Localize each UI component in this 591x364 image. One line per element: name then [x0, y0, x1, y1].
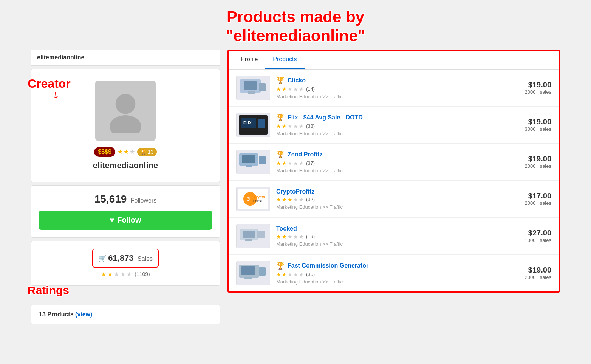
- svg-rect-12: [246, 165, 252, 167]
- product-title-link[interactable]: Clicko: [288, 77, 306, 84]
- svg-point-0: [116, 94, 136, 114]
- svg-rect-23: [241, 266, 255, 275]
- product-title-row: 🏆 Flix - $44 Avg Sale - DOTD: [276, 113, 519, 122]
- product-info: 🏆 Clicko ★ ★ ★ ★ ★ (14) Marketing Educat…: [276, 76, 519, 99]
- product-category: Marketing Education >> Traffic: [276, 204, 519, 210]
- product-info: 🏆 Flix - $44 Avg Sale - DOTD ★ ★ ★ ★ ★ (…: [276, 113, 519, 136]
- followers-count: 15,619: [94, 193, 127, 205]
- product-price: $19.00: [525, 118, 551, 126]
- star-3: ★: [130, 148, 135, 155]
- product-row: ₿ Crypto Profitz CryptoProfitz ★ ★: [229, 181, 559, 218]
- product-category: Marketing Education >> Traffic: [276, 94, 519, 99]
- avatar: [95, 81, 156, 141]
- product-stars: ★ ★ ★ ★ ★ (38): [276, 123, 519, 129]
- product-stars: ★ ★ ★ ★ ★ (19): [276, 234, 519, 240]
- product-category: Marketing Education >> Traffic: [276, 131, 519, 136]
- product-category: Marketing Education >> Traffic: [276, 279, 519, 285]
- product-price: $19.00: [525, 81, 551, 89]
- product-info: Tocked ★ ★ ★ ★ ★ (19) Marketing Educatio…: [276, 225, 519, 247]
- tab-products[interactable]: Products: [265, 51, 304, 69]
- review-count: (32): [306, 197, 315, 202]
- product-category: Marketing Education >> Traffic: [276, 241, 519, 247]
- ratings-label: Ratings: [28, 284, 69, 297]
- trophy-badge: 🏆 13: [137, 148, 157, 156]
- sidebar-header: elitemediaonline: [31, 50, 220, 66]
- review-count: (38): [306, 123, 315, 129]
- product-info: 🏆 Zend Profitz ★ ★ ★ ★ ★ (37) Marketing …: [276, 150, 519, 173]
- product-title-link[interactable]: CryptoProfitz: [276, 188, 314, 195]
- product-stars: ★ ★ ★ ★ ★ (32): [276, 197, 519, 203]
- tabs-bar: Profile Products: [229, 51, 559, 70]
- trophy-icon: 🏆: [276, 150, 285, 159]
- badge-row: $$$$ ★ ★ ★ 🏆 13: [39, 147, 212, 157]
- product-sales: 2000+ sales: [525, 274, 551, 280]
- product-price: $19.00: [525, 155, 551, 163]
- followers-info: 15,619 Followers: [39, 193, 212, 205]
- product-title-row: 🏆 Zend Profitz: [276, 150, 519, 159]
- rating-star-1: ★: [101, 271, 106, 278]
- svg-rect-20: [257, 231, 265, 238]
- product-info: 🏆 Fast Commission Generator ★ ★ ★ ★ ★ (3…: [276, 262, 519, 285]
- product-row: FLIX 🏆 Flix - $44 Avg Sale - DOTD ★ ★ ★: [229, 107, 559, 144]
- cart-icon: 🛒: [98, 255, 107, 262]
- sidebar: elitemediaonline Creator ➘: [31, 50, 220, 324]
- tab-profile[interactable]: Profile: [233, 51, 265, 69]
- trophy-icon: 🏆: [276, 76, 285, 85]
- creator-label: Creator: [28, 77, 71, 91]
- product-category: Marketing Education >> Traffic: [276, 168, 519, 173]
- page-wrapper: Products made by "elitemediaonline" elit…: [31, 8, 560, 324]
- product-thumbnail: ₿ Crypto Profitz: [236, 187, 270, 211]
- product-row: 🏆 Clicko ★ ★ ★ ★ ★ (14) Marketing Educat…: [229, 70, 559, 107]
- svg-text:FLIX: FLIX: [243, 121, 252, 125]
- product-title-link[interactable]: Tocked: [276, 225, 297, 232]
- svg-rect-13: [259, 156, 266, 164]
- product-thumbnail: [236, 224, 270, 248]
- svg-rect-5: [259, 83, 266, 91]
- product-price: $19.00: [525, 266, 551, 274]
- product-info: CryptoProfitz ★ ★ ★ ★ ★ (32) Marketing E…: [276, 188, 519, 210]
- products-count: 13 Products (view): [39, 311, 92, 318]
- svg-text:₿: ₿: [247, 196, 250, 202]
- rating-count: (1109): [135, 271, 150, 277]
- product-thumbnail: [236, 261, 270, 285]
- review-count: (19): [306, 234, 315, 239]
- sales-box: 🛒 61,873 Sales: [92, 249, 159, 268]
- trophy-icon: 🏆: [276, 113, 285, 122]
- follow-button[interactable]: ♥ Follow: [39, 211, 212, 230]
- page-title-overlay: Products made by "elitemediaonline": [31, 8, 560, 46]
- svg-point-1: [110, 115, 141, 133]
- product-price-col: $19.00 3000+ sales: [525, 118, 551, 132]
- rating-star-4: ★: [120, 271, 125, 278]
- product-list: 🏆 Clicko ★ ★ ★ ★ ★ (14) Marketing Educat…: [229, 70, 559, 291]
- product-title-link[interactable]: Fast Commission Generator: [288, 262, 368, 269]
- product-title-row: 🏆 Clicko: [276, 76, 519, 85]
- svg-rect-3: [244, 81, 257, 90]
- trophy-icon: 🏆: [276, 262, 285, 270]
- view-products-link[interactable]: (view): [75, 311, 92, 318]
- product-row: 🏆 Zend Profitz ★ ★ ★ ★ ★ (37) Marketing …: [229, 144, 559, 181]
- trophy-count: 13: [148, 149, 154, 155]
- sales-count: 61,873: [108, 253, 133, 263]
- rating-star-2: ★: [107, 271, 113, 278]
- creator-name: elitemediaonline: [39, 161, 212, 170]
- product-thumbnail: [236, 150, 270, 174]
- product-price-col: $19.00 2000+ sales: [525, 266, 551, 280]
- product-price-col: $19.00 2000+ sales: [525, 81, 551, 95]
- sales-label: Sales: [138, 256, 153, 262]
- product-title-row: Tocked: [276, 225, 519, 232]
- star-1: ★: [118, 148, 123, 155]
- main-layout: elitemediaonline Creator ➘: [31, 50, 560, 324]
- product-title-row: 🏆 Fast Commission Generator: [276, 262, 519, 270]
- svg-point-14: [243, 192, 257, 206]
- svg-text:Crypto: Crypto: [254, 195, 265, 199]
- money-badge: $$$$: [94, 147, 115, 157]
- products-footer-card: 13 Products (view): [31, 305, 220, 324]
- product-price-col: $27.00 1000+ sales: [525, 229, 551, 243]
- review-count: (36): [306, 271, 315, 277]
- svg-rect-24: [259, 267, 266, 276]
- product-title-link[interactable]: Zend Profitz: [288, 151, 322, 158]
- product-price-col: $17.00 2000+ sales: [525, 192, 551, 206]
- rating-star-5: ★: [127, 271, 132, 278]
- ratings-card: 🛒 61,873 Sales ★ ★ ★ ★ ★ (1109) Ratings: [31, 241, 220, 286]
- product-title-link[interactable]: Flix - $44 Avg Sale - DOTD: [288, 114, 363, 121]
